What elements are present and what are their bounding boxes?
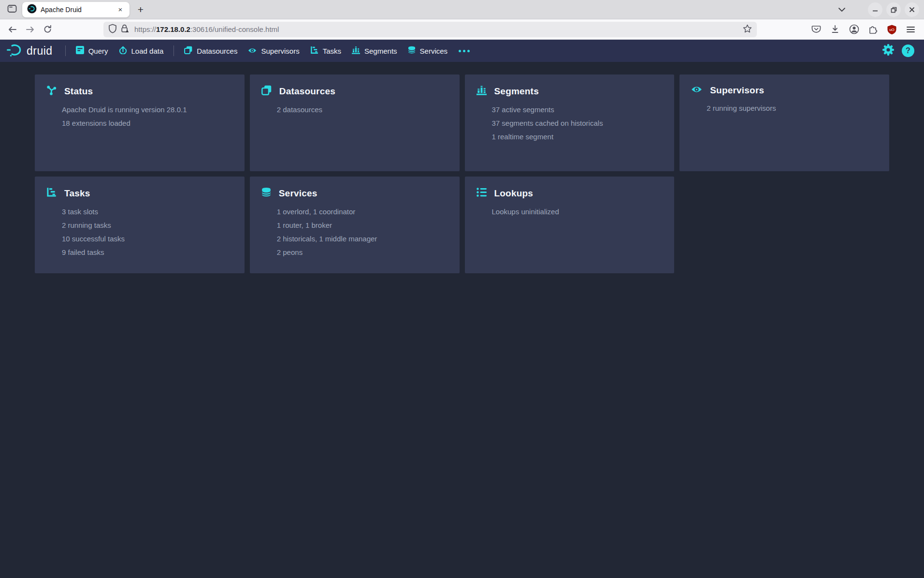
nav-item-tasks[interactable]: Tasks xyxy=(305,40,346,62)
url-host: 172.18.0.2 xyxy=(156,25,190,33)
nav-item-label: Load data xyxy=(131,47,164,55)
nav-item-label: Supervisors xyxy=(261,47,299,55)
card-line: 2 historicals, 1 middle manager xyxy=(277,232,448,246)
tasks-card[interactable]: Tasks 3 task slots 2 running tasks 10 su… xyxy=(35,177,245,273)
window-minimize-button[interactable] xyxy=(868,2,882,17)
card-title: Segments xyxy=(494,86,539,97)
extensions-puzzle-icon[interactable] xyxy=(867,24,879,35)
card-line: 2 datasources xyxy=(277,103,448,117)
window-close-button[interactable] xyxy=(905,2,919,17)
card-line: 1 realtime segment xyxy=(492,130,663,144)
nav-item-services[interactable]: Services xyxy=(403,40,453,62)
nav-item-supervisors[interactable]: Supervisors xyxy=(243,40,304,62)
downloads-icon[interactable] xyxy=(829,24,841,35)
help-icon[interactable]: ? xyxy=(902,44,914,57)
datasources-card[interactable]: Datasources 2 datasources xyxy=(250,74,460,171)
navbar-divider xyxy=(173,45,174,56)
menu-hamburger-icon[interactable] xyxy=(905,24,916,35)
nav-item-label: Services xyxy=(420,47,448,55)
database-icon xyxy=(261,187,271,199)
druid-favicon xyxy=(27,4,37,15)
query-icon xyxy=(76,46,84,56)
nav-item-datasources[interactable]: Datasources xyxy=(179,40,243,62)
tab-title: Apache Druid xyxy=(41,6,115,14)
multi-select-icon xyxy=(261,85,272,97)
supervisors-card[interactable]: Supervisors 2 running supervisors xyxy=(679,74,889,171)
card-line: 2 running tasks xyxy=(62,219,233,232)
bar-chart-icon xyxy=(352,46,360,56)
card-line: 9 failed tasks xyxy=(62,246,233,259)
eye-icon xyxy=(248,47,257,55)
graph-icon xyxy=(46,85,57,97)
nav-item-query[interactable]: Query xyxy=(71,40,114,62)
lock-warning-icon[interactable] xyxy=(120,24,130,35)
druid-navbar: druid Query Load data Datasources Superv… xyxy=(0,40,924,62)
card-grid: Status Apache Druid is running version 2… xyxy=(35,74,889,273)
reload-button[interactable] xyxy=(40,22,55,37)
url-field[interactable]: https://172.18.0.2:30616/unified-console… xyxy=(103,22,757,37)
nav-item-label: Datasources xyxy=(197,47,237,55)
browser-url-bar: https://172.18.0.2:30616/unified-console… xyxy=(0,19,924,40)
window-restore-button[interactable] xyxy=(886,2,901,17)
firefox-view-button[interactable] xyxy=(5,2,19,17)
card-line: Lookups uninitialized xyxy=(492,205,663,219)
card-line: 1 router, 1 broker xyxy=(277,219,448,232)
card-title: Status xyxy=(64,86,93,97)
firefox-view-icon xyxy=(7,4,17,15)
settings-gear-icon[interactable] xyxy=(882,44,894,58)
browser-tab[interactable]: Apache Druid × xyxy=(22,2,130,17)
card-line: 18 extensions loaded xyxy=(62,117,233,130)
card-line: 2 peons xyxy=(277,246,448,259)
account-icon[interactable] xyxy=(848,24,860,35)
brand-name: druid xyxy=(27,44,53,58)
segments-card[interactable]: Segments 37 active segments 37 segments … xyxy=(465,74,675,171)
navbar-divider xyxy=(65,45,66,56)
card-line: 37 segments cached on historicals xyxy=(492,117,663,130)
svg-text:uO: uO xyxy=(889,27,895,31)
card-line: 37 active segments xyxy=(492,103,663,117)
card-title: Datasources xyxy=(279,86,335,97)
bar-chart-icon xyxy=(476,85,487,97)
druid-swirl-icon xyxy=(7,44,22,59)
card-line: 2 running supervisors xyxy=(707,102,878,115)
upload-icon xyxy=(119,46,127,56)
gantt-icon xyxy=(310,46,318,56)
card-title: Supervisors xyxy=(710,85,764,96)
browser-tab-bar: Apache Druid × + xyxy=(0,0,924,19)
card-line: 10 successful tasks xyxy=(62,232,233,246)
druid-logo[interactable]: druid xyxy=(7,44,60,59)
nav-item-label: Query xyxy=(88,47,108,55)
back-button[interactable] xyxy=(5,22,20,37)
shield-icon[interactable] xyxy=(108,24,117,35)
gantt-icon xyxy=(46,187,57,199)
pocket-icon[interactable] xyxy=(810,24,822,35)
ublock-icon[interactable]: uO xyxy=(886,24,897,35)
lookups-card[interactable]: Lookups Lookups uninitialized xyxy=(465,177,675,273)
forward-button[interactable] xyxy=(22,22,38,37)
status-card[interactable]: Status Apache Druid is running version 2… xyxy=(35,74,245,171)
card-line: 1 overlord, 1 coordinator xyxy=(277,205,448,219)
card-title: Lookups xyxy=(494,188,534,199)
card-line: 3 task slots xyxy=(62,205,233,219)
more-icon[interactable] xyxy=(453,50,476,52)
card-title: Services xyxy=(279,188,318,199)
nav-item-segments[interactable]: Segments xyxy=(346,40,403,62)
list-all-tabs-button[interactable] xyxy=(835,3,849,16)
bookmark-star-icon[interactable] xyxy=(743,24,752,35)
database-icon xyxy=(408,46,416,56)
services-card[interactable]: Services 1 overlord, 1 coordinator 1 rou… xyxy=(250,177,460,273)
url-text: https://172.18.0.2:30616/unified-console… xyxy=(134,25,743,33)
home-view: Status Apache Druid is running version 2… xyxy=(0,62,924,273)
eye-icon xyxy=(691,86,702,95)
card-line: Apache Druid is running version 28.0.1 xyxy=(62,103,233,117)
new-tab-button[interactable]: + xyxy=(133,2,148,17)
properties-icon xyxy=(476,187,487,199)
nav-item-label: Segments xyxy=(364,47,397,55)
nav-item-load-data[interactable]: Load data xyxy=(114,40,169,62)
tab-close-icon[interactable]: × xyxy=(115,4,126,15)
nav-item-label: Tasks xyxy=(323,47,341,55)
multi-select-icon xyxy=(184,46,192,56)
card-title: Tasks xyxy=(64,188,90,199)
